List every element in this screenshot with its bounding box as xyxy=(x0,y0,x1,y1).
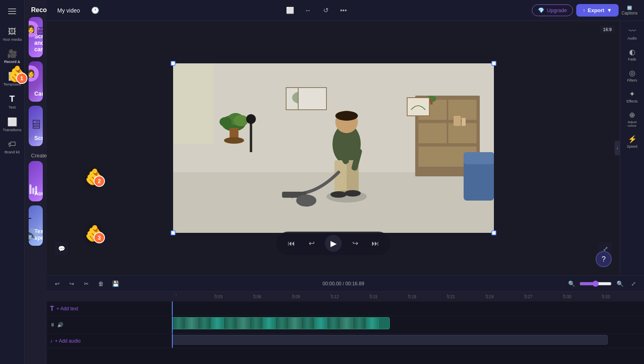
audio-clip-block[interactable] xyxy=(172,335,608,345)
templates-icon: 📄 xyxy=(7,72,17,80)
svg-point-18 xyxy=(224,137,244,144)
help-button[interactable]: ? xyxy=(596,251,612,267)
history-button[interactable]: 🕐 xyxy=(89,4,102,17)
captions-button[interactable]: 🔤 Captions xyxy=(622,6,638,15)
svg-point-23 xyxy=(335,111,358,121)
right-panel-filters[interactable]: ◎ Filters xyxy=(621,66,643,86)
zoom-out-button[interactable]: 🔍 xyxy=(566,278,577,289)
audio-card[interactable]: Audio xyxy=(29,161,43,201)
timeline-area: ↩ ↪ ✂ 🗑 💾 00:00.00 / 00:16.89 🔍 🔍 ⤢ 0:03… xyxy=(47,275,644,364)
sidebar-item-templates[interactable]: 📄 Templates xyxy=(0,69,24,90)
hamburger-button[interactable] xyxy=(0,3,24,19)
svg-point-16 xyxy=(234,115,248,126)
video-frame-3 xyxy=(198,318,211,329)
video-track-playhead xyxy=(172,316,173,333)
svg-rect-6 xyxy=(448,123,477,143)
text-to-speech-card[interactable]: Text to speech T🔊 xyxy=(29,205,43,246)
sidebar-item-record[interactable]: 🎥 Record & xyxy=(0,46,24,67)
tts-icon: T🔊 xyxy=(29,215,39,242)
forward-button[interactable]: ↪ xyxy=(348,236,362,250)
rewind-button[interactable]: ↩ xyxy=(305,236,318,250)
video-frame-15 xyxy=(353,318,366,329)
undo-button[interactable]: ↩ xyxy=(52,278,63,289)
upgrade-diamond-icon: 💎 xyxy=(538,7,544,13)
video-track-content[interactable] xyxy=(172,316,644,333)
sidebar-item-brand-kit[interactable]: 🏷 Brand kit xyxy=(0,137,24,157)
screen-card[interactable]: Screen 🖥 xyxy=(29,106,43,146)
zoom-in-button[interactable]: 🔍 xyxy=(614,278,625,289)
sidebar-item-transitions[interactable]: ⬜ Transitions xyxy=(0,115,24,135)
subtitle-button[interactable]: 💬 xyxy=(55,242,68,255)
sidebar: 🖼 Your media 🎥 Record & 📄 Templates T Te… xyxy=(0,0,25,364)
ruler-mark-7: 0:21 xyxy=(447,295,486,299)
filters-icon: ◎ xyxy=(629,69,636,77)
fade-panel-label: Fade xyxy=(628,57,636,61)
right-panel-speed[interactable]: ⚡ Speed xyxy=(621,132,643,152)
video-frame-5 xyxy=(224,318,237,329)
skip-back-button[interactable]: ⏮ xyxy=(284,236,298,250)
pause-icon: ⏸ xyxy=(50,322,55,328)
right-panel-fade[interactable]: ◐ Fade xyxy=(621,45,643,65)
corner-handle-tr[interactable] xyxy=(491,61,496,66)
ruler-mark-2: 0:06 xyxy=(253,295,292,299)
right-panel-adjust[interactable]: ⊕ Adjust colour xyxy=(621,108,643,131)
video-title-text: My video xyxy=(57,7,80,14)
ruler-mark-5: 0:15 xyxy=(370,295,408,299)
add-audio-button[interactable]: + Add audio xyxy=(55,338,81,344)
svg-rect-10 xyxy=(454,116,461,126)
crop-button[interactable]: ⬜ xyxy=(284,4,297,17)
svg-rect-5 xyxy=(418,123,447,143)
audio-wave-icon: 〰 xyxy=(629,27,636,35)
redo-button[interactable]: ↪ xyxy=(66,278,77,289)
video-track-label: ⏸ 🔊 xyxy=(47,322,172,328)
corner-handle-bl[interactable] xyxy=(171,230,176,235)
monitor-icon: 🖥 xyxy=(34,24,43,38)
cut-button[interactable]: ✂ xyxy=(81,278,92,289)
svg-point-34 xyxy=(296,195,316,207)
save-button[interactable]: 💾 xyxy=(110,278,121,289)
right-panel-effects[interactable]: ✦ Effects xyxy=(621,87,643,107)
canvas-area: 16:9 xyxy=(47,21,620,275)
audio-bars-icon xyxy=(29,184,37,194)
captions-label: Captions xyxy=(622,11,638,15)
speed-icon: ⚡ xyxy=(628,136,637,143)
text-track-icon: T xyxy=(50,305,54,312)
video-frame-10 xyxy=(289,318,301,329)
video-preview[interactable] xyxy=(173,63,494,233)
screen-icon: 🖥 xyxy=(29,117,42,132)
filters-panel-label: Filters xyxy=(627,78,637,82)
corner-handle-tl[interactable] xyxy=(171,61,176,66)
sidebar-item-your-media[interactable]: 🖼 Your media xyxy=(0,24,24,45)
rotate-button[interactable]: ↺ xyxy=(319,4,332,17)
main-area: My video 🕐 ⬜ ↔ ↺ ••• 💎 Upgrade ↑ Export … xyxy=(47,0,644,364)
svg-point-20 xyxy=(246,114,256,124)
camera-avatar-2: 👩 xyxy=(29,65,39,82)
svg-rect-4 xyxy=(448,100,477,120)
video-frame-13 xyxy=(327,318,340,329)
screen-and-camera-card[interactable]: Screen and camera 👩 🖥 xyxy=(29,17,43,57)
corner-handle-br[interactable] xyxy=(491,230,496,235)
add-text-button[interactable]: + Add text xyxy=(56,306,78,312)
right-panel-audio[interactable]: 〰 Audio xyxy=(621,24,643,44)
ruler-mark-11: 0:33 xyxy=(602,295,641,299)
zoom-slider[interactable] xyxy=(579,280,612,287)
delete-button[interactable]: 🗑 xyxy=(95,278,107,289)
fit-button[interactable]: ⤢ xyxy=(628,278,639,289)
effects-sparkle-icon: ✦ xyxy=(629,90,635,98)
timeline-toolbar: ↩ ↪ ✂ 🗑 💾 00:00.00 / 00:16.89 🔍 🔍 ⤢ xyxy=(47,276,644,292)
top-toolbar: My video 🕐 ⬜ ↔ ↺ ••• 💎 Upgrade ↑ Export … xyxy=(47,0,644,21)
resize-button[interactable]: ↔ xyxy=(301,4,314,17)
skip-forward-button[interactable]: ⏭ xyxy=(368,236,382,250)
play-button[interactable]: ▶ xyxy=(325,235,342,252)
camera-card[interactable]: Camera 👩 xyxy=(29,61,43,102)
more-options-button[interactable]: ••• xyxy=(337,4,350,17)
sidebar-item-text[interactable]: T Text xyxy=(0,91,24,113)
ruler-mark-9: 0:27 xyxy=(525,295,563,299)
export-button[interactable]: ↑ Export ▼ xyxy=(576,4,619,17)
panel-collapse-button[interactable]: ‹ xyxy=(615,141,620,155)
upgrade-button[interactable]: 💎 Upgrade xyxy=(532,4,573,16)
svg-rect-32 xyxy=(464,152,494,164)
video-title-button[interactable]: My video xyxy=(53,5,84,16)
video-clip-block[interactable] xyxy=(172,317,390,329)
video-frame-1 xyxy=(172,318,185,329)
